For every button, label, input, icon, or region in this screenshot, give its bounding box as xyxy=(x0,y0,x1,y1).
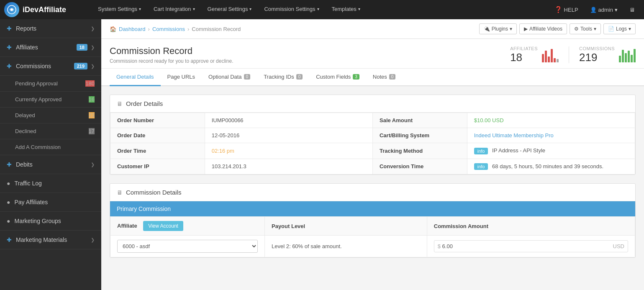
tab-tracking-ids[interactable]: Tracking IDs 0 xyxy=(257,69,309,86)
caret-icon: ▾ xyxy=(249,7,251,11)
content-area: 🖥 Order Details Order Number IUMP000066 … xyxy=(101,86,644,275)
commission-icon: 🖥 xyxy=(117,189,123,196)
breadcrumb-actions: 🔌 Plugins ▾ ▶ Affiliate Videos ⚙ Tools ▾… xyxy=(479,23,636,34)
affiliate-videos-button[interactable]: ▶ Affiliate Videos xyxy=(519,23,567,34)
circle-icon: ● xyxy=(7,199,10,205)
user-icon: 👤 xyxy=(590,7,597,13)
sidebar-item-pay-affiliates[interactable]: ● Pay Affiliates xyxy=(0,193,101,212)
chart-bar xyxy=(542,54,544,62)
sale-amount-value: $10.00 USD xyxy=(467,113,635,128)
gear-icon: ⚙ xyxy=(574,26,579,32)
breadcrumb-commissions[interactable]: Commissions xyxy=(152,26,185,32)
tools-button[interactable]: ⚙ Tools ▾ xyxy=(570,23,601,34)
plus-icon: ✚ xyxy=(7,25,12,32)
plus-icon: ✚ xyxy=(7,161,12,168)
sidebar-item-reports[interactable]: ✚ Reports ❯ xyxy=(0,19,101,38)
top-navigation: iDevAffiliate System Settings ▾ Cart Int… xyxy=(0,0,644,19)
commission-amount-field: $ USD xyxy=(434,240,628,252)
sidebar-item-delayed[interactable]: Delayed 23 xyxy=(0,108,101,123)
affiliates-stat: AFFILIATES 18 xyxy=(510,46,559,64)
nav-general-settings[interactable]: General Settings ▾ xyxy=(202,0,258,19)
circle-icon: ● xyxy=(7,180,10,187)
sidebar-item-marketing-groups[interactable]: ● Marketing Groups xyxy=(0,212,101,231)
caret-icon: ▾ xyxy=(358,7,360,11)
nav-commission-settings[interactable]: Commission Settings ▾ xyxy=(258,0,325,19)
nav-templates[interactable]: Templates ▾ xyxy=(326,0,366,19)
order-number-value: IUMP000066 xyxy=(205,113,372,128)
chart-bar xyxy=(622,50,624,62)
declined-badge: 17 xyxy=(89,128,95,134)
cart-system-label: Cart/Billing System xyxy=(372,128,467,143)
chart-bar xyxy=(554,58,556,62)
tab-general-details[interactable]: General Details xyxy=(110,69,161,86)
plugins-button[interactable]: 🔌 Plugins ▾ xyxy=(479,23,517,34)
commissions-stat-info: COMMISSIONS 219 xyxy=(579,46,615,64)
help-button[interactable]: ❓ HELP xyxy=(549,0,583,19)
caret-icon: ▾ xyxy=(139,7,141,11)
order-details-table: Order Number IUMP000066 Sale Amount $10.… xyxy=(110,113,635,175)
nav-cart-integration[interactable]: Cart Integration ▾ xyxy=(148,0,201,19)
view-account-button[interactable]: View Account xyxy=(143,221,183,231)
commissions-badge: 219 xyxy=(74,63,87,69)
sidebar-item-marketing-materials[interactable]: ✚ Marketing Materials ❯ xyxy=(0,231,101,249)
currency-suffix: USD xyxy=(613,243,624,249)
amount-col-header: Commission Amount xyxy=(427,217,635,236)
affiliates-badge: 18 xyxy=(77,44,87,51)
table-row: Order Date 12-05-2016 Cart/Billing Syste… xyxy=(110,128,635,143)
circle-icon: ● xyxy=(7,218,10,224)
logs-button[interactable]: 📄 Logs ▾ xyxy=(603,23,636,34)
table-row: Order Time 02:16 pm Tracking Method info… xyxy=(110,143,635,159)
sidebar-item-declined[interactable]: Declined 17 xyxy=(0,123,101,139)
caret-icon: ▾ xyxy=(594,26,596,32)
admin-menu[interactable]: 👤 admin ▾ xyxy=(585,0,623,19)
commission-table-header: Affiliate View Account Payout Level Comm… xyxy=(110,217,635,236)
delayed-badge: 23 xyxy=(89,112,95,118)
pending-badge: 180 xyxy=(85,80,95,87)
sidebar-item-affiliates[interactable]: ✚ Affiliates 18 ❯ xyxy=(0,38,101,57)
sidebar-item-debits[interactable]: ✚ Debits ❯ xyxy=(0,155,101,174)
sidebar: ✚ Reports ❯ ✚ Affiliates 18 ❯ ✚ Commissi… xyxy=(0,19,101,290)
nav-right: ❓ HELP 👤 admin ▾ 🖥 xyxy=(549,0,640,19)
tabs-bar: General Details Page URLs Optional Data … xyxy=(101,69,644,86)
svg-point-1 xyxy=(10,8,13,11)
sidebar-item-traffic-log[interactable]: ● Traffic Log xyxy=(0,174,101,193)
breadcrumb-dashboard[interactable]: Dashboard xyxy=(119,26,146,32)
sidebar-item-currently-approved[interactable]: Currently Approved 16 xyxy=(0,92,101,108)
brand-name: iDevAffiliate xyxy=(23,5,66,14)
payout-level-cell: Level 2: 60% of sale amount. xyxy=(264,236,427,257)
chart-bar xyxy=(634,49,636,62)
page-subtitle: Commission record ready for you to appro… xyxy=(110,58,233,64)
tab-optional-data[interactable]: Optional Data 0 xyxy=(202,69,257,86)
commission-amount-input[interactable] xyxy=(442,243,613,249)
chart-bar xyxy=(557,59,559,62)
order-date-value: 12-05-2016 xyxy=(205,128,372,143)
brand-logo[interactable]: iDevAffiliate xyxy=(4,2,84,17)
sidebar-item-pending-approval[interactable]: Pending Approval 180 xyxy=(0,76,101,92)
monitor-button[interactable]: 🖥 xyxy=(624,0,640,19)
order-date-label: Order Date xyxy=(110,128,205,143)
commissions-chart xyxy=(619,47,636,62)
affiliates-chart xyxy=(542,47,559,62)
plugin-icon: 🔌 xyxy=(484,26,490,32)
plus-icon: ✚ xyxy=(7,44,12,51)
order-number-label: Order Number xyxy=(110,113,205,128)
affiliate-select[interactable]: 6000 - asdf xyxy=(117,240,258,253)
page-title: Commission Record xyxy=(110,46,233,56)
chart-bar xyxy=(545,51,547,62)
tab-custom-fields[interactable]: Custom Fields 3 xyxy=(309,69,366,86)
info-badge[interactable]: info xyxy=(474,163,488,170)
commission-details-section: 🖥 Commission Details Primary Commission … xyxy=(110,183,636,258)
info-badge[interactable]: info xyxy=(474,148,488,154)
nav-system-settings[interactable]: System Settings ▾ xyxy=(92,0,147,19)
conversion-time-value: info 68 days, 5 hours, 50 minutes and 39… xyxy=(467,159,635,175)
page-header-left: Commission Record Commission record read… xyxy=(110,46,233,64)
caret-icon: ▾ xyxy=(615,7,618,13)
cart-system-value: Indeed Ultimate Membership Pro xyxy=(467,128,635,143)
tab-page-urls[interactable]: Page URLs xyxy=(161,69,202,86)
affiliate-cell: 6000 - asdf xyxy=(110,236,265,257)
plus-icon: ✚ xyxy=(7,63,12,69)
tab-badge: 0 xyxy=(296,74,303,80)
sidebar-item-add-commission[interactable]: Add A Commission xyxy=(0,139,101,155)
sidebar-item-commissions[interactable]: ✚ Commissions 219 ❯ xyxy=(0,57,101,76)
tab-notes[interactable]: Notes 0 xyxy=(366,69,403,86)
